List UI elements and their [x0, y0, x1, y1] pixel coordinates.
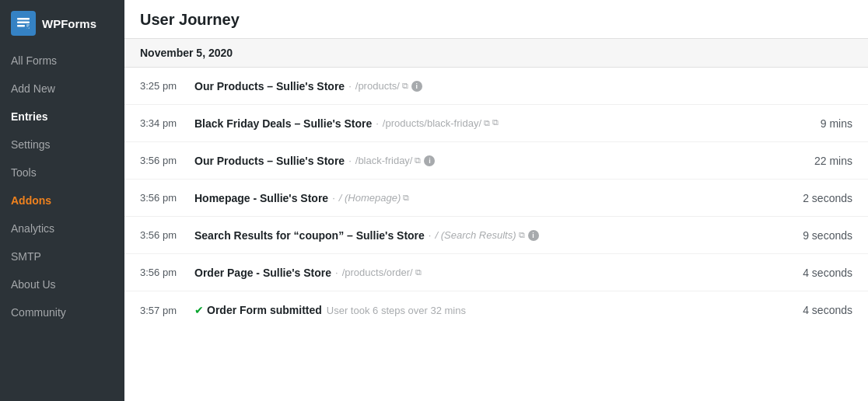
info-icon[interactable]: i	[411, 81, 422, 92]
svg-rect-0	[17, 18, 30, 20]
external-link-icon[interactable]: ⧉	[415, 267, 422, 277]
row-content: Order Page - Sullie's Store · /products/…	[194, 267, 790, 279]
row-time: 3:57 pm	[140, 305, 194, 316]
svg-rect-1	[17, 22, 30, 24]
journey-table: 3:25 pmOur Products – Sullie's Store · /…	[124, 68, 868, 401]
row-separator: ·	[332, 192, 335, 204]
row-time: 3:25 pm	[140, 80, 194, 92]
info-icon[interactable]: i	[528, 230, 539, 241]
row-page-title: Our Products – Sullie's Store	[194, 80, 345, 92]
svg-rect-2	[17, 25, 25, 27]
external-link-icon[interactable]: ⧉	[484, 118, 490, 128]
row-separator: ·	[376, 117, 379, 129]
journey-row: 3:57 pm✔Order Form submittedUser took 6 …	[124, 291, 868, 329]
row-separator: ·	[429, 229, 432, 241]
row-time: 3:56 pm	[140, 155, 194, 166]
row-url: /products/order/	[342, 267, 413, 278]
sidebar-item-about-us[interactable]: About Us	[0, 270, 124, 298]
info-icon[interactable]: i	[424, 155, 435, 166]
row-duration: 22 mins	[790, 155, 852, 167]
row-separator: ·	[335, 267, 338, 278]
row-duration: 9 seconds	[790, 229, 852, 242]
main-content: User Journey November 5, 2020 3:25 pmOur…	[124, 0, 868, 401]
submitted-sub: User took 6 steps over 32 mins	[327, 305, 466, 316]
journey-row: 3:25 pmOur Products – Sullie's Store · /…	[124, 68, 868, 105]
row-separator: ·	[348, 80, 352, 92]
sidebar-nav: All FormsAdd NewEntriesSettingsToolsAddo…	[0, 47, 124, 401]
date-header: November 5, 2020	[124, 39, 868, 68]
row-time: 3:56 pm	[140, 229, 194, 241]
row-duration: 9 mins	[790, 117, 852, 130]
row-url: / (Search Results)	[435, 229, 516, 241]
submitted-line: ✔Order Form submittedUser took 6 steps o…	[194, 304, 466, 316]
check-icon: ✔	[194, 304, 204, 316]
sidebar-logo[interactable]: WPForms	[0, 0, 124, 47]
row-url: /products/black-friday/	[383, 117, 481, 129]
journey-row: 3:56 pmOur Products – Sullie's Store · /…	[124, 142, 868, 180]
row-content: Black Friday Deals – Sullie's Store · /p…	[194, 117, 790, 130]
external-link-icon[interactable]: ⧉	[403, 193, 409, 203]
external-link-icon-2[interactable]: ⧉	[492, 117, 499, 127]
row-page-title: Homepage - Sullie's Store	[194, 192, 328, 204]
sidebar-item-analytics[interactable]: Analytics	[0, 214, 124, 242]
row-content: Homepage - Sullie's Store · / (Homepage)…	[194, 192, 790, 204]
row-url: / (Homepage)	[339, 192, 401, 204]
sidebar-item-add-new[interactable]: Add New	[0, 75, 124, 103]
row-url: /products/	[355, 80, 400, 92]
external-link-icon[interactable]: ⧉	[415, 155, 421, 166]
row-duration: 4 seconds	[790, 304, 852, 316]
row-content: ✔Order Form submittedUser took 6 steps o…	[194, 304, 790, 316]
sidebar-item-community[interactable]: Community	[0, 298, 124, 326]
external-link-icon[interactable]: ⧉	[402, 81, 408, 91]
row-duration: 2 seconds	[790, 192, 852, 204]
logo-svg	[16, 16, 31, 31]
row-separator: ·	[348, 155, 352, 166]
journey-row: 3:34 pmBlack Friday Deals – Sullie's Sto…	[124, 105, 868, 142]
external-link-icon[interactable]: ⧉	[519, 230, 525, 240]
sidebar-item-entries[interactable]: Entries	[0, 103, 124, 131]
sidebar: WPForms All FormsAdd NewEntriesSettingsT…	[0, 0, 124, 401]
page-title: User Journey	[140, 11, 852, 29]
journey-row: 3:56 pmSearch Results for “coupon” – Sul…	[124, 217, 868, 254]
row-page-title: Our Products – Sullie's Store	[194, 155, 345, 167]
row-url: /black-friday/	[355, 155, 413, 166]
sidebar-item-tools[interactable]: Tools	[0, 159, 124, 187]
sidebar-item-smtp[interactable]: SMTP	[0, 242, 124, 270]
sidebar-item-all-forms[interactable]: All Forms	[0, 47, 124, 75]
logo-text: WPForms	[42, 17, 96, 30]
row-page-title: Black Friday Deals – Sullie's Store	[194, 117, 372, 130]
row-content: Our Products – Sullie's Store · /product…	[194, 80, 790, 92]
wpforms-logo-icon	[11, 11, 36, 36]
row-duration: 4 seconds	[790, 267, 852, 279]
submitted-label: Order Form submitted	[207, 304, 322, 316]
journey-row: 3:56 pmHomepage - Sullie's Store · / (Ho…	[124, 180, 868, 217]
row-time: 3:34 pm	[140, 117, 194, 129]
row-time: 3:56 pm	[140, 192, 194, 204]
main-header: User Journey	[124, 0, 868, 39]
row-content: Our Products – Sullie's Store · /black-f…	[194, 155, 790, 167]
journey-row: 3:56 pmOrder Page - Sullie's Store · /pr…	[124, 254, 868, 291]
row-page-title: Order Page - Sullie's Store	[194, 267, 331, 279]
row-content: Search Results for “coupon” – Sullie's S…	[194, 229, 790, 242]
sidebar-item-addons[interactable]: Addons	[0, 187, 124, 214]
row-page-title: Search Results for “coupon” – Sullie's S…	[194, 229, 425, 242]
sidebar-item-settings[interactable]: Settings	[0, 131, 124, 159]
row-time: 3:56 pm	[140, 267, 194, 278]
